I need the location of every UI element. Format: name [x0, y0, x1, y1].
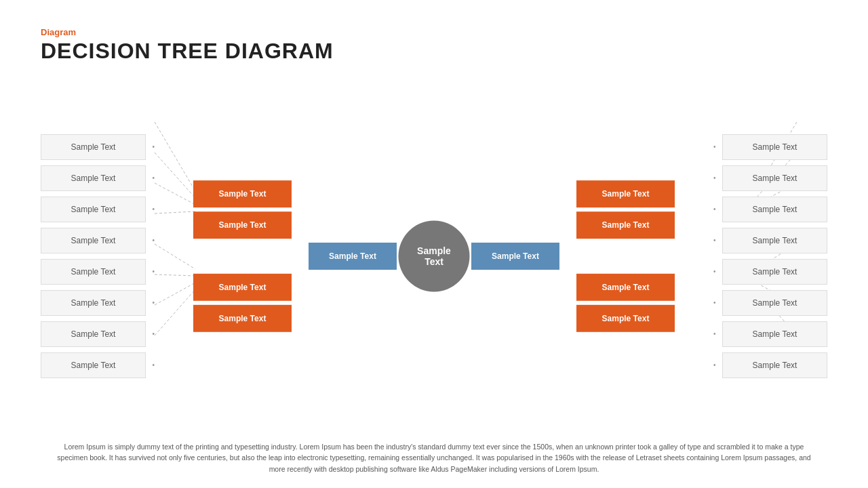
left-orange-bottom-1: Sample Text: [193, 273, 292, 300]
left-connector-box: Sample Text: [309, 243, 397, 270]
header: Diagram DECISION TREE DIAGRAM: [41, 27, 827, 64]
right-orange-bottom-1: Sample Text: [576, 273, 675, 300]
svg-line-7: [155, 289, 195, 336]
left-small-box-8: Sample Text: [41, 352, 146, 378]
right-orange-bottom-group: Sample Text Sample Text: [576, 273, 675, 331]
right-small-box-6: Sample Text: [722, 290, 827, 316]
right-small-box-2: Sample Text: [722, 165, 827, 191]
svg-line-1: [155, 152, 195, 198]
svg-line-0: [155, 122, 195, 191]
right-orange-top-1: Sample Text: [576, 180, 675, 207]
right-small-box-5: Sample Text: [722, 259, 827, 285]
right-small-box-8: Sample Text: [722, 352, 827, 378]
right-small-box-4: Sample Text: [722, 228, 827, 253]
left-orange-top-group: Sample Text Sample Text: [193, 180, 292, 239]
right-small-box-7: Sample Text: [722, 321, 827, 347]
right-orange-top-2: Sample Text: [576, 211, 675, 239]
right-small-boxes: Sample Text Sample Text Sample Text Samp…: [722, 134, 827, 378]
right-orange-top-group: Sample Text Sample Text: [576, 180, 675, 239]
left-orange-bottom-group: Sample Text Sample Text: [193, 273, 292, 331]
left-small-box-3: Sample Text: [41, 197, 146, 222]
left-small-box-6: Sample Text: [41, 290, 146, 316]
right-orange-bottom-2: Sample Text: [576, 304, 675, 331]
svg-line-5: [155, 274, 195, 276]
center-circle: SampleText: [399, 220, 470, 291]
right-small-box-1: Sample Text: [722, 134, 827, 160]
left-small-box-1: Sample Text: [41, 134, 146, 160]
footer-text: Lorem Ipsum is simply dummy text of the …: [41, 436, 827, 474]
diagram-area: Sample Text Sample Text Sample Text Samp…: [41, 76, 827, 436]
left-small-box-2: Sample Text: [41, 165, 146, 191]
left-orange-bottom-2: Sample Text: [193, 304, 292, 331]
left-orange-top-2: Sample Text: [193, 211, 292, 239]
left-small-box-4: Sample Text: [41, 228, 146, 253]
left-small-box-7: Sample Text: [41, 321, 146, 347]
center-label: SampleText: [417, 245, 451, 267]
svg-line-6: [155, 283, 195, 305]
right-small-box-3: Sample Text: [722, 197, 827, 222]
left-small-box-5: Sample Text: [41, 259, 146, 285]
page-title: DECISION TREE DIAGRAM: [41, 39, 827, 64]
svg-line-3: [155, 211, 195, 214]
left-small-boxes: Sample Text Sample Text Sample Text Samp…: [41, 134, 146, 378]
svg-line-2: [155, 183, 195, 205]
right-connector-box: Sample Text: [471, 243, 559, 270]
diagram-label: Diagram: [41, 27, 827, 37]
left-orange-top-1: Sample Text: [193, 180, 292, 207]
page: Diagram DECISION TREE DIAGRAM: [0, 0, 868, 488]
svg-line-4: [155, 244, 195, 269]
